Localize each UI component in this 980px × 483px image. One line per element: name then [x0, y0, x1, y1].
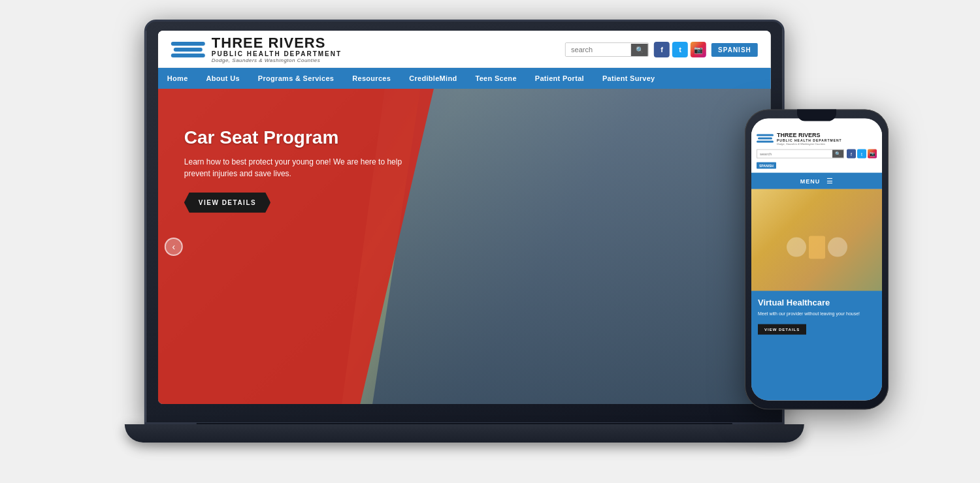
- phone-nav-label: MENU: [800, 178, 821, 184]
- search-input[interactable]: [566, 43, 631, 56]
- twitter-icon[interactable]: t: [672, 42, 688, 57]
- header-right: 🔍 f t 📷 SPANISH: [565, 42, 758, 57]
- phone-hero-image: [751, 189, 882, 305]
- hero-title: Car Seat Program: [184, 128, 406, 148]
- deco-circle-1: [787, 238, 806, 257]
- instagram-icon[interactable]: 📷: [691, 42, 706, 57]
- phone-menu-icon: ☰: [826, 177, 833, 185]
- phone-device: THREE RIVERS PUBLIC HEALTH DEPARTMENT Do…: [745, 110, 889, 410]
- phone-notch: [797, 110, 836, 121]
- nav-about[interactable]: About Us: [197, 68, 249, 89]
- laptop-bezel: THREE RIVERS PUBLIC HEALTH DEPARTMENT Do…: [158, 31, 771, 404]
- nav-patient-survey[interactable]: Patient Survey: [593, 68, 664, 89]
- phone-wave-2: [758, 138, 772, 140]
- hero-content: Car Seat Program Learn how to best prote…: [184, 128, 406, 213]
- logo-main-text: THREE RIVERS: [212, 36, 342, 50]
- phone-hero-deco: [751, 189, 882, 305]
- nav-resources[interactable]: Resources: [343, 68, 400, 89]
- phone-logo-main: THREE RIVERS: [777, 132, 842, 138]
- phone-hero-content: Virtual Healthcare Meet with our provide…: [751, 290, 882, 400]
- phone-search-row: 🔍 f t 📷: [757, 149, 877, 159]
- phone-logo-row: THREE RIVERS PUBLIC HEALTH DEPARTMENT Do…: [757, 132, 877, 146]
- phone-hero-section: Virtual Healthcare Meet with our provide…: [751, 189, 882, 401]
- hero-description: Learn how to best protect your young one…: [184, 156, 406, 179]
- phone-twitter-icon[interactable]: t: [857, 149, 866, 159]
- wave-2: [174, 48, 203, 52]
- phone-body: THREE RIVERS PUBLIC HEALTH DEPARTMENT Do…: [745, 110, 889, 410]
- phone-hero-title: Virtual Healthcare: [758, 297, 875, 307]
- laptop-body: THREE RIVERS PUBLIC HEALTH DEPARTMENT Do…: [144, 20, 785, 424]
- facebook-icon[interactable]: f: [654, 42, 670, 57]
- hero-cta-button[interactable]: VIEW DETAILS: [184, 193, 270, 213]
- website: THREE RIVERS PUBLIC HEALTH DEPARTMENT Do…: [158, 31, 771, 404]
- phone-hero-cta-button[interactable]: VIEW DETAILS: [758, 324, 806, 335]
- phone-instagram-icon[interactable]: 📷: [868, 149, 877, 159]
- laptop-base: [125, 424, 804, 443]
- phone-wave-3: [757, 141, 774, 143]
- hero-people-overlay: [372, 89, 771, 404]
- phone-search-input[interactable]: [757, 151, 832, 157]
- nav-teen-scene[interactable]: Teen Scene: [466, 68, 525, 89]
- site-header: THREE RIVERS PUBLIC HEALTH DEPARTMENT Do…: [158, 31, 771, 68]
- wave-1: [171, 42, 205, 46]
- nav-patient-portal[interactable]: Patient Portal: [526, 68, 593, 89]
- phone-social-icons: f t 📷: [847, 149, 877, 159]
- phone-logo-counties: Dodge, Saunders & Washington Counties: [777, 142, 842, 146]
- wave-3: [171, 54, 205, 57]
- logo-waves-icon: [171, 42, 205, 57]
- nav-home[interactable]: Home: [158, 68, 197, 89]
- phone-site-header: THREE RIVERS PUBLIC HEALTH DEPARTMENT Do…: [751, 119, 882, 173]
- spanish-button[interactable]: SPANISH: [711, 43, 758, 57]
- nav-programs[interactable]: Programs & Services: [249, 68, 343, 89]
- search-button[interactable]: 🔍: [631, 44, 648, 56]
- main-nav: Home About Us Programs & Services Resour…: [158, 68, 771, 89]
- search-wrapper[interactable]: 🔍: [565, 42, 649, 57]
- phone-spanish-button[interactable]: SPANISH: [757, 163, 776, 169]
- laptop-screen: THREE RIVERS PUBLIC HEALTH DEPARTMENT Do…: [158, 31, 771, 404]
- phone-search-wrapper[interactable]: 🔍: [757, 149, 844, 159]
- hero-prev-button[interactable]: ‹: [165, 238, 183, 256]
- phone-hero-description: Meet with our provider without leaving y…: [758, 310, 875, 317]
- phone-logo-text: THREE RIVERS PUBLIC HEALTH DEPARTMENT Do…: [777, 132, 842, 146]
- phone-facebook-icon[interactable]: f: [847, 149, 856, 159]
- phone-wave-1: [757, 134, 774, 136]
- phone-waves-icon: [757, 134, 774, 143]
- logo-counties-text: Dodge, Saunders & Washington Counties: [212, 57, 342, 63]
- nav-crediblemind[interactable]: CredibleMind: [400, 68, 466, 89]
- phone-search-button[interactable]: 🔍: [832, 150, 843, 158]
- hero-section: Car Seat Program Learn how to best prote…: [158, 89, 771, 404]
- logo-text: THREE RIVERS PUBLIC HEALTH DEPARTMENT Do…: [212, 36, 342, 63]
- logo-area: THREE RIVERS PUBLIC HEALTH DEPARTMENT Do…: [171, 36, 342, 63]
- laptop-device: THREE RIVERS PUBLIC HEALTH DEPARTMENT Do…: [144, 20, 785, 463]
- scene: THREE RIVERS PUBLIC HEALTH DEPARTMENT Do…: [0, 0, 980, 483]
- phone-screen: THREE RIVERS PUBLIC HEALTH DEPARTMENT Do…: [751, 119, 882, 401]
- phone-nav[interactable]: MENU ☰: [751, 173, 882, 189]
- deco-circle-2: [828, 238, 847, 257]
- logo-sub-text: PUBLIC HEALTH DEPARTMENT: [212, 50, 342, 57]
- social-icons: f t 📷: [654, 42, 706, 57]
- deco-rect-1: [809, 236, 825, 258]
